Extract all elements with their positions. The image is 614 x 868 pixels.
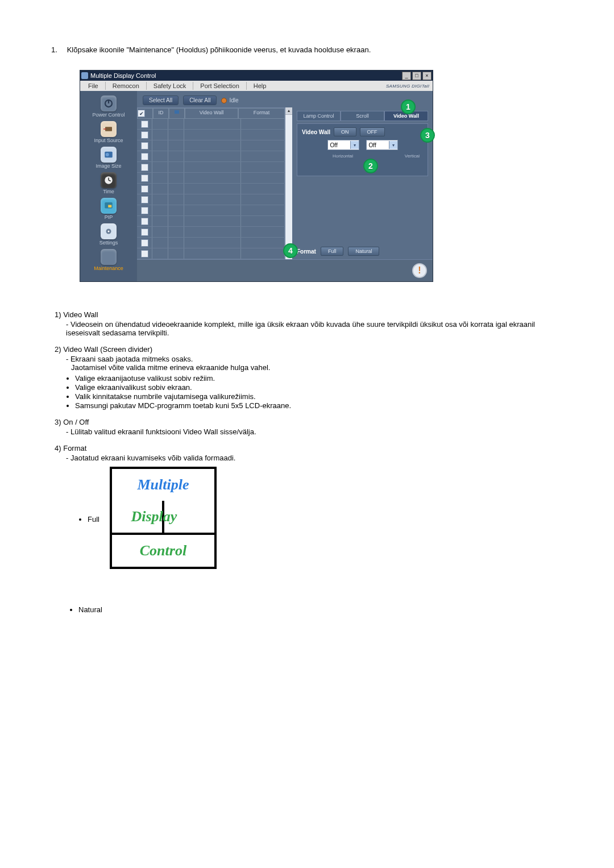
svg-rect-9	[108, 205, 111, 208]
select-sublabels: Horizontal Vertical	[302, 153, 423, 159]
row-checkbox[interactable]	[141, 142, 148, 149]
table-row[interactable]	[137, 130, 285, 140]
svg-point-11	[108, 231, 110, 232]
format-label: Format	[297, 248, 316, 255]
clock-icon	[103, 175, 114, 185]
brand-label: SAMSUNG DIGITall	[386, 84, 429, 89]
gear-icon	[103, 226, 114, 236]
video-wall-label: Video Wall	[302, 129, 330, 135]
table-row[interactable]	[137, 227, 285, 238]
table-row[interactable]	[137, 194, 285, 205]
table-row[interactable]	[137, 184, 285, 194]
sidebar-item-input[interactable]: Input Source	[94, 121, 123, 143]
table-row[interactable]	[137, 119, 285, 130]
select-all-button[interactable]: Select All	[143, 95, 179, 105]
idle-dot-icon	[221, 98, 227, 103]
svg-point-4	[106, 153, 109, 156]
row-checkbox[interactable]	[141, 164, 148, 171]
maximize-button[interactable]: □	[412, 72, 421, 80]
desc-item-3: 3) On / Off - Lülitab valitud ekraanil f…	[51, 418, 563, 436]
tab-scroll[interactable]: Scroll	[341, 111, 384, 121]
sidebar-item-maintenance[interactable]: Maintenance	[94, 249, 123, 271]
app-screenshot: Multiple Display Control _ □ × File Remo…	[80, 70, 433, 282]
svg-rect-12	[175, 110, 179, 114]
row-checkbox[interactable]	[141, 218, 148, 225]
titlebar: Multiple Display Control _ □ ×	[80, 70, 433, 81]
menu-port-selection[interactable]: Port Selection	[194, 82, 244, 90]
sidebar-item-settings[interactable]: Settings	[99, 223, 118, 246]
toolbar: Select All Clear All Idle	[137, 91, 433, 107]
row-checkbox[interactable]	[141, 131, 148, 139]
menu-remocon[interactable]: Remocon	[107, 82, 145, 90]
desc-item-4: 4) Format - Jaotatud ekraani kuvamiseks …	[51, 444, 563, 614]
video-wall-off-button[interactable]: OFF	[360, 127, 385, 136]
format-full-label: Full	[88, 515, 99, 524]
sidebar: Power Control Input Source Image Size Ti…	[80, 91, 137, 281]
horizontal-select[interactable]: Off▾	[327, 140, 359, 150]
table-row[interactable]	[137, 140, 285, 151]
menu-help[interactable]: Help	[248, 82, 272, 90]
app-window: Multiple Display Control _ □ × File Remo…	[80, 70, 433, 282]
desc-item-2: 2) Video Wall (Screen divider) - Ekraani…	[51, 345, 563, 410]
row-checkbox[interactable]	[141, 175, 148, 182]
col-icon	[169, 108, 185, 119]
sidebar-item-image-size[interactable]: Image Size	[96, 147, 121, 169]
intro-line: 1. Klõpsake ikoonile "Maintenance" (Hool…	[51, 45, 563, 54]
col-id: ID	[153, 108, 169, 119]
desc-item-1: 1) Video Wall - Videosein on ühendatud v…	[51, 310, 563, 337]
alert-icon: !	[412, 263, 427, 278]
tab-lamp-control[interactable]: Lamp Control	[297, 111, 341, 121]
clear-all-button[interactable]: Clear All	[183, 95, 217, 105]
menubar: File Remocon Safety Lock Port Selection …	[80, 81, 433, 91]
row-checkbox[interactable]	[141, 239, 148, 247]
table-row[interactable]	[137, 205, 285, 216]
sidebar-item-time[interactable]: Time	[101, 172, 117, 194]
table-row[interactable]	[137, 162, 285, 173]
row-checkbox[interactable]	[141, 207, 148, 214]
table-row[interactable]	[137, 173, 285, 184]
close-button[interactable]: ×	[422, 72, 432, 80]
window-title: Multiple Display Control	[90, 72, 156, 79]
table-row[interactable]	[137, 238, 285, 248]
header-checkbox[interactable]: ✔	[138, 110, 145, 117]
format-natural-button[interactable]: Natural	[348, 247, 379, 256]
table-row[interactable]	[137, 151, 285, 162]
status-bar: !	[137, 259, 433, 281]
callout-1: 1	[401, 99, 416, 114]
chevron-down-icon: ▾	[350, 141, 359, 149]
menu-safety-lock[interactable]: Safety Lock	[148, 82, 192, 90]
scrollbar[interactable]	[285, 107, 292, 259]
idle-legend: Idle	[221, 97, 238, 103]
row-checkbox[interactable]	[141, 185, 148, 193]
power-icon	[103, 98, 114, 109]
vertical-select[interactable]: Off▾	[366, 140, 398, 150]
app-icon	[81, 72, 88, 79]
callout-4: 4	[283, 243, 298, 258]
video-wall-card: Video Wall ON OFF Off▾ Off▾ Horizontal	[297, 123, 428, 176]
format-natural-label: Natural	[78, 605, 563, 614]
sidebar-item-pip[interactable]: PIP	[101, 198, 117, 220]
format-full-illustration: Multiple Display Control	[110, 467, 217, 569]
intro-text: Klõpsake ikoonile "Maintenance" (Hooldus…	[67, 45, 371, 54]
description-list: 1) Video Wall - Videosein on ühendatud v…	[51, 310, 563, 614]
row-checkbox[interactable]	[141, 229, 148, 236]
display-list: ✔ ID Video Wall Format	[137, 107, 285, 259]
row-checkbox[interactable]	[141, 250, 148, 258]
row-checkbox[interactable]	[141, 196, 148, 203]
row-checkbox[interactable]	[141, 121, 148, 128]
sidebar-item-power[interactable]: Power Control	[92, 95, 125, 118]
menu-file[interactable]: File	[82, 82, 104, 90]
intro-number: 1.	[51, 45, 65, 54]
input-icon	[103, 124, 114, 134]
pip-icon	[103, 201, 114, 211]
table-row[interactable]	[137, 216, 285, 227]
table-row[interactable]	[137, 248, 285, 259]
window-buttons: _ □ ×	[402, 72, 432, 80]
minimize-button[interactable]: _	[402, 72, 411, 80]
row-checkbox[interactable]	[141, 153, 148, 160]
table-body	[137, 119, 285, 259]
control-panel: Lamp Control Scroll Video Wall Video Wal…	[292, 107, 433, 259]
video-wall-on-button[interactable]: ON	[334, 127, 356, 136]
callout-3: 3	[420, 128, 435, 143]
format-full-button[interactable]: Full	[321, 247, 344, 256]
